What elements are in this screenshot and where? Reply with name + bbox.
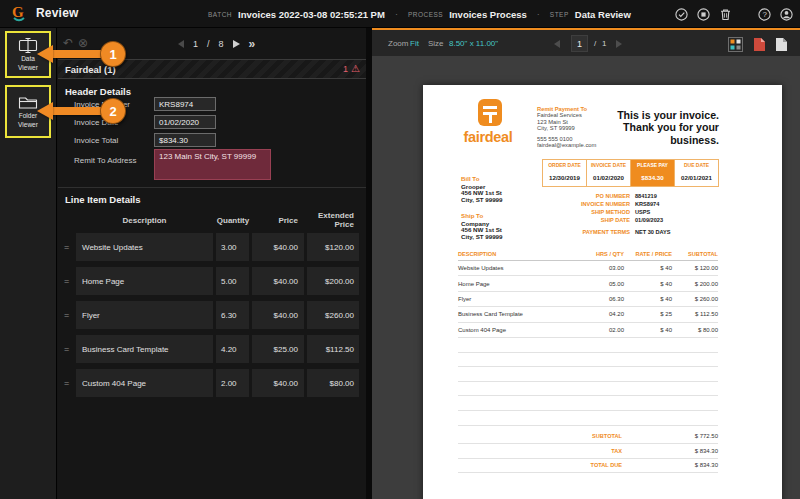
item-description: Flyer [458, 296, 584, 302]
stop-task-icon[interactable] [696, 7, 711, 22]
line-items-title: Line Item Details [65, 194, 141, 205]
image-page-total: 1 [602, 39, 606, 48]
callout-2-number: 2 [100, 98, 126, 124]
item-qty: 04.20 [584, 311, 624, 317]
item-rate: $ 40 [624, 265, 672, 271]
inv-col-rate: RATE / PRICE [624, 251, 672, 257]
data-viewer-label-line2: Viewer [18, 64, 38, 72]
total-label: TAX [458, 448, 670, 454]
drag-handle-icon[interactable]: = [64, 335, 69, 363]
image-page-separator: / [594, 39, 596, 48]
drag-handle-icon[interactable]: = [64, 301, 69, 329]
cell-extended[interactable]: $200.00 [307, 267, 359, 295]
cell-extended[interactable]: $260.00 [307, 301, 359, 329]
cell-price[interactable]: $40.00 [252, 301, 304, 329]
image-page-input[interactable]: 1 [571, 35, 588, 52]
cell-price[interactable]: $40.00 [252, 267, 304, 295]
invoice-item-row: Business Card Template 04.20 $ 25 $ 112.… [458, 307, 718, 322]
cell-description[interactable]: Website Updates [76, 233, 213, 261]
item-rate: $ 40 [624, 281, 672, 287]
table-row[interactable]: = Home Page 5.00 $40.00 $200.00 [58, 267, 366, 295]
cell-description[interactable]: Custom 404 Page [76, 369, 213, 397]
next-image-icon[interactable] [616, 40, 622, 48]
table-row[interactable]: = Flyer 6.30 $40.00 $260.00 [58, 301, 366, 329]
step-label: STEP [550, 11, 569, 18]
cell-description[interactable]: Flyer [76, 301, 213, 329]
ship-to-title: Ship To [461, 213, 503, 220]
thumbnail-view-icon[interactable] [728, 37, 743, 52]
document-viewport[interactable]: fairdeal Remit Payment To Fairdeal Servi… [372, 56, 800, 499]
meta-label: SHIP DATE [518, 217, 630, 223]
meta-value: KRS8974 [635, 201, 659, 207]
next-page-icon[interactable] [233, 40, 240, 48]
field-remit-to-address[interactable]: 123 Main St City, ST 99999 [154, 149, 271, 180]
breadcrumb: BATCH Invoices 2022-03-08 02:55:21 PM · … [208, 0, 631, 28]
complete-task-icon[interactable] [674, 7, 689, 22]
drag-handle-icon[interactable]: = [64, 369, 69, 397]
cell-extended[interactable]: $80.00 [307, 369, 359, 397]
invoice-empty-row [458, 367, 718, 382]
skip-to-end-icon[interactable]: » [249, 39, 256, 49]
meta-value: USPS [635, 209, 650, 215]
summary-value: 12/30/2019 [543, 170, 586, 186]
field-invoice-total[interactable]: $834.30 [154, 133, 216, 147]
total-row-tax: TAX $ 834.30 [458, 444, 718, 459]
cell-quantity[interactable]: 3.00 [216, 233, 249, 261]
cell-price[interactable]: $25.00 [252, 335, 304, 363]
cell-quantity[interactable]: 4.20 [216, 335, 249, 363]
size-label: Size [428, 39, 444, 48]
cell-price[interactable]: $40.00 [252, 369, 304, 397]
headline-line: business. [581, 134, 719, 146]
table-row[interactable]: = Website Updates 3.00 $40.00 $120.00 [58, 233, 366, 261]
drag-handle-icon[interactable]: = [64, 267, 69, 295]
ship-to-block: Ship To Company 456 NW 1st St City, ST 9… [461, 213, 503, 240]
top-bar: G Review BATCH Invoices 2022-03-08 02:55… [0, 0, 800, 28]
cell-extended[interactable]: $120.00 [307, 233, 359, 261]
delete-icon[interactable] [718, 7, 733, 22]
item-subtotal: $ 260.00 [672, 296, 718, 302]
meta-label: SHIP METHOD [518, 209, 630, 215]
cell-price[interactable]: $40.00 [252, 233, 304, 261]
app-window: G Review BATCH Invoices 2022-03-08 02:55… [0, 0, 800, 499]
cell-quantity[interactable]: 2.00 [216, 369, 249, 397]
total-label: SUBTOTAL [458, 433, 670, 439]
table-row[interactable]: = Business Card Template 4.20 $25.00 $11… [58, 335, 366, 363]
previous-page-icon[interactable] [178, 40, 184, 48]
invoice-empty-row [458, 396, 718, 411]
item-qty: 06.30 [584, 296, 624, 302]
invoice-page[interactable]: fairdeal Remit Payment To Fairdeal Servi… [423, 85, 782, 499]
cell-quantity[interactable]: 5.00 [216, 267, 249, 295]
cell-quantity[interactable]: 6.30 [216, 301, 249, 329]
step-value: Data Review [575, 9, 631, 20]
pager-total: 8 [219, 39, 224, 49]
user-account-icon[interactable] [779, 7, 794, 22]
headline-line: Thank you for your [581, 121, 719, 133]
page-title: Review [36, 6, 79, 20]
item-subtotal: $ 120.00 [672, 265, 718, 271]
field-label-invoice-total: Invoice Total [74, 136, 118, 145]
item-qty: 05.00 [584, 281, 624, 287]
item-rate: $ 25 [624, 311, 672, 317]
help-icon[interactable]: ? [757, 7, 772, 22]
cell-description[interactable]: Business Card Template [76, 335, 213, 363]
total-value: $ 834.30 [670, 448, 718, 454]
previous-image-icon[interactable] [554, 40, 560, 48]
cell-description[interactable]: Home Page [76, 267, 213, 295]
summary-header: INVOICE DATE [587, 160, 630, 170]
callout-1-number: 1 [100, 41, 126, 67]
summary-please-pay: PLEASE PAY $834.30 [631, 160, 675, 186]
document-file-icon[interactable] [775, 37, 788, 52]
invoice-totals: SUBTOTAL $ 772.50 TAX $ 834.30 TOTAL DUE… [458, 429, 718, 473]
drag-handle-icon[interactable]: = [64, 233, 69, 261]
total-row-subtotal: SUBTOTAL $ 772.50 [458, 429, 718, 444]
cell-extended[interactable]: $112.50 [307, 335, 359, 363]
zoom-value[interactable]: Fit [410, 39, 419, 48]
meta-label: PAYMENT TERMS [518, 229, 630, 235]
save-changes-icon[interactable]: ↶ [63, 36, 73, 50]
table-row[interactable]: = Custom 404 Page 2.00 $40.00 $80.00 [58, 369, 366, 397]
pdf-file-icon[interactable] [753, 37, 766, 52]
total-label: TOTAL DUE [458, 462, 670, 468]
cancel-changes-icon[interactable]: ⊗ [78, 36, 88, 50]
field-invoice-number[interactable]: KRS8974 [154, 97, 216, 111]
field-invoice-date[interactable]: 01/02/2020 [154, 115, 216, 129]
